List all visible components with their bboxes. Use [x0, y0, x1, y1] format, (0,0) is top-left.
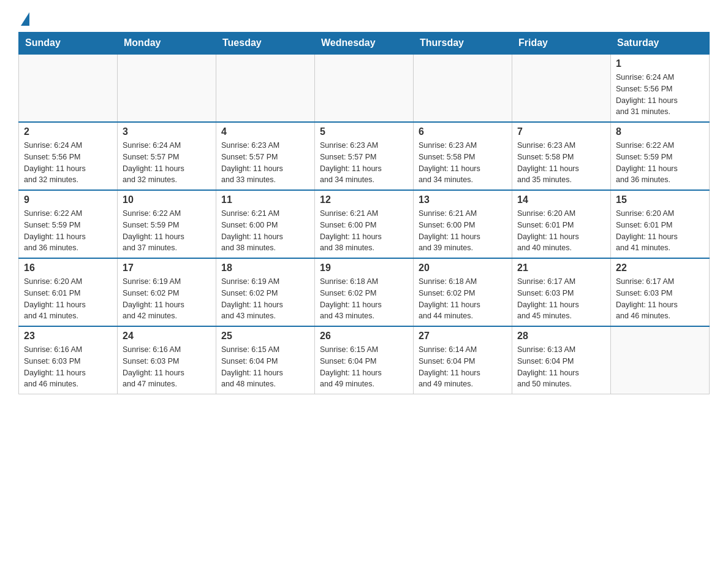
calendar-week-row-5: 23Sunrise: 6:16 AM Sunset: 6:03 PM Dayli…	[19, 326, 710, 394]
day-info: Sunrise: 6:20 AM Sunset: 6:01 PM Dayligh…	[616, 208, 704, 254]
day-number: 25	[221, 331, 309, 342]
calendar-day-24: 24Sunrise: 6:16 AM Sunset: 6:03 PM Dayli…	[118, 326, 216, 394]
day-info: Sunrise: 6:24 AM Sunset: 5:57 PM Dayligh…	[123, 140, 211, 186]
day-info: Sunrise: 6:23 AM Sunset: 5:58 PM Dayligh…	[419, 140, 507, 186]
calendar-day-25: 25Sunrise: 6:15 AM Sunset: 6:04 PM Dayli…	[216, 326, 315, 394]
day-number: 1	[616, 58, 704, 69]
day-info: Sunrise: 6:21 AM Sunset: 6:00 PM Dayligh…	[320, 208, 408, 254]
calendar-day-23: 23Sunrise: 6:16 AM Sunset: 6:03 PM Dayli…	[19, 326, 118, 394]
calendar-day-empty	[512, 54, 611, 122]
calendar-day-10: 10Sunrise: 6:22 AM Sunset: 5:59 PM Dayli…	[118, 190, 216, 258]
calendar-day-empty	[611, 326, 710, 394]
logo-general	[18, 12, 29, 26]
day-number: 19	[320, 262, 408, 274]
calendar-header-sunday: Sunday	[19, 33, 118, 55]
calendar-day-19: 19Sunrise: 6:18 AM Sunset: 6:02 PM Dayli…	[315, 258, 414, 326]
calendar-day-empty	[19, 54, 118, 122]
day-info: Sunrise: 6:18 AM Sunset: 6:02 PM Dayligh…	[419, 276, 507, 322]
calendar-day-22: 22Sunrise: 6:17 AM Sunset: 6:03 PM Dayli…	[611, 258, 710, 326]
logo	[18, 12, 29, 26]
calendar-header-tuesday: Tuesday	[216, 33, 315, 55]
calendar-day-3: 3Sunrise: 6:24 AM Sunset: 5:57 PM Daylig…	[118, 122, 216, 190]
day-info: Sunrise: 6:20 AM Sunset: 6:01 PM Dayligh…	[517, 208, 605, 254]
calendar-day-2: 2Sunrise: 6:24 AM Sunset: 5:56 PM Daylig…	[19, 122, 118, 190]
day-info: Sunrise: 6:22 AM Sunset: 5:59 PM Dayligh…	[24, 208, 112, 254]
calendar-day-6: 6Sunrise: 6:23 AM Sunset: 5:58 PM Daylig…	[414, 122, 512, 190]
day-number: 8	[616, 126, 704, 137]
day-info: Sunrise: 6:23 AM Sunset: 5:57 PM Dayligh…	[320, 140, 408, 186]
day-info: Sunrise: 6:16 AM Sunset: 6:03 PM Dayligh…	[24, 344, 112, 390]
day-number: 28	[517, 331, 605, 342]
calendar-day-16: 16Sunrise: 6:20 AM Sunset: 6:01 PM Dayli…	[19, 258, 118, 326]
day-info: Sunrise: 6:21 AM Sunset: 6:00 PM Dayligh…	[221, 208, 309, 254]
day-info: Sunrise: 6:22 AM Sunset: 5:59 PM Dayligh…	[616, 140, 704, 186]
day-number: 11	[221, 194, 309, 205]
calendar-day-4: 4Sunrise: 6:23 AM Sunset: 5:57 PM Daylig…	[216, 122, 315, 190]
calendar-day-28: 28Sunrise: 6:13 AM Sunset: 6:04 PM Dayli…	[512, 326, 611, 394]
calendar-day-1: 1Sunrise: 6:24 AM Sunset: 5:56 PM Daylig…	[611, 54, 710, 122]
day-info: Sunrise: 6:16 AM Sunset: 6:03 PM Dayligh…	[123, 344, 211, 390]
day-number: 9	[24, 194, 112, 205]
day-info: Sunrise: 6:22 AM Sunset: 5:59 PM Dayligh…	[123, 208, 211, 254]
logo-triangle-icon	[21, 12, 29, 26]
day-info: Sunrise: 6:18 AM Sunset: 6:02 PM Dayligh…	[320, 276, 408, 322]
calendar-day-21: 21Sunrise: 6:17 AM Sunset: 6:03 PM Dayli…	[512, 258, 611, 326]
day-number: 15	[616, 194, 704, 205]
calendar-header-saturday: Saturday	[611, 33, 710, 55]
day-number: 27	[419, 331, 507, 342]
calendar-header-wednesday: Wednesday	[315, 33, 414, 55]
calendar-day-11: 11Sunrise: 6:21 AM Sunset: 6:00 PM Dayli…	[216, 190, 315, 258]
day-number: 26	[320, 331, 408, 342]
calendar-week-row-4: 16Sunrise: 6:20 AM Sunset: 6:01 PM Dayli…	[19, 258, 710, 326]
calendar-header-friday: Friday	[512, 33, 611, 55]
day-info: Sunrise: 6:15 AM Sunset: 6:04 PM Dayligh…	[221, 344, 309, 390]
calendar-header-row: SundayMondayTuesdayWednesdayThursdayFrid…	[19, 33, 710, 55]
calendar-day-14: 14Sunrise: 6:20 AM Sunset: 6:01 PM Dayli…	[512, 190, 611, 258]
day-number: 7	[517, 126, 605, 137]
day-number: 6	[419, 126, 507, 137]
calendar-header-monday: Monday	[118, 33, 216, 55]
day-number: 4	[221, 126, 309, 137]
day-number: 22	[616, 262, 704, 274]
calendar-day-7: 7Sunrise: 6:23 AM Sunset: 5:58 PM Daylig…	[512, 122, 611, 190]
calendar-day-15: 15Sunrise: 6:20 AM Sunset: 6:01 PM Dayli…	[611, 190, 710, 258]
calendar-header-thursday: Thursday	[414, 33, 512, 55]
day-number: 12	[320, 194, 408, 205]
calendar-day-8: 8Sunrise: 6:22 AM Sunset: 5:59 PM Daylig…	[611, 122, 710, 190]
day-info: Sunrise: 6:13 AM Sunset: 6:04 PM Dayligh…	[517, 344, 605, 390]
calendar-week-row-1: 1Sunrise: 6:24 AM Sunset: 5:56 PM Daylig…	[19, 54, 710, 122]
calendar-day-5: 5Sunrise: 6:23 AM Sunset: 5:57 PM Daylig…	[315, 122, 414, 190]
calendar-day-empty	[118, 54, 216, 122]
day-info: Sunrise: 6:19 AM Sunset: 6:02 PM Dayligh…	[123, 276, 211, 322]
day-number: 21	[517, 262, 605, 274]
day-number: 13	[419, 194, 507, 205]
calendar-table: SundayMondayTuesdayWednesdayThursdayFrid…	[18, 32, 710, 394]
day-number: 16	[24, 262, 112, 274]
calendar-day-empty	[315, 54, 414, 122]
day-info: Sunrise: 6:24 AM Sunset: 5:56 PM Dayligh…	[24, 140, 112, 186]
calendar-day-26: 26Sunrise: 6:15 AM Sunset: 6:04 PM Dayli…	[315, 326, 414, 394]
day-info: Sunrise: 6:23 AM Sunset: 5:57 PM Dayligh…	[221, 140, 309, 186]
calendar-day-empty	[414, 54, 512, 122]
page-header	[18, 12, 710, 26]
day-number: 17	[123, 262, 211, 274]
calendar-week-row-2: 2Sunrise: 6:24 AM Sunset: 5:56 PM Daylig…	[19, 122, 710, 190]
day-info: Sunrise: 6:15 AM Sunset: 6:04 PM Dayligh…	[320, 344, 408, 390]
day-info: Sunrise: 6:17 AM Sunset: 6:03 PM Dayligh…	[517, 276, 605, 322]
day-number: 24	[123, 331, 211, 342]
calendar-week-row-3: 9Sunrise: 6:22 AM Sunset: 5:59 PM Daylig…	[19, 190, 710, 258]
calendar-day-empty	[216, 54, 315, 122]
calendar-day-27: 27Sunrise: 6:14 AM Sunset: 6:04 PM Dayli…	[414, 326, 512, 394]
calendar-day-13: 13Sunrise: 6:21 AM Sunset: 6:00 PM Dayli…	[414, 190, 512, 258]
day-info: Sunrise: 6:24 AM Sunset: 5:56 PM Dayligh…	[616, 72, 704, 118]
day-info: Sunrise: 6:20 AM Sunset: 6:01 PM Dayligh…	[24, 276, 112, 322]
calendar-day-9: 9Sunrise: 6:22 AM Sunset: 5:59 PM Daylig…	[19, 190, 118, 258]
day-number: 5	[320, 126, 408, 137]
day-number: 18	[221, 262, 309, 274]
calendar-day-17: 17Sunrise: 6:19 AM Sunset: 6:02 PM Dayli…	[118, 258, 216, 326]
day-info: Sunrise: 6:21 AM Sunset: 6:00 PM Dayligh…	[419, 208, 507, 254]
day-number: 20	[419, 262, 507, 274]
day-info: Sunrise: 6:14 AM Sunset: 6:04 PM Dayligh…	[419, 344, 507, 390]
day-number: 2	[24, 126, 112, 137]
calendar-day-20: 20Sunrise: 6:18 AM Sunset: 6:02 PM Dayli…	[414, 258, 512, 326]
